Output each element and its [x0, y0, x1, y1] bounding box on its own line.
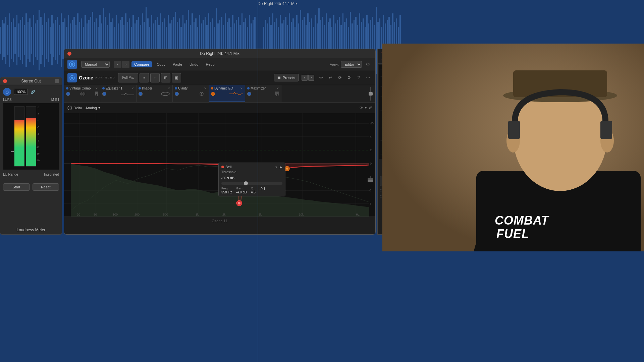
module-tab-vintage-comp[interactable]: Vintage Comp ✕ [64, 85, 100, 102]
vintage-comp-toggle[interactable] [66, 92, 70, 96]
lu-range-label: LU Range [3, 173, 18, 176]
undo-button[interactable]: Undo [187, 61, 201, 67]
presets-button[interactable]: ☰ Presets [274, 74, 299, 81]
delta-button[interactable]: Δ Delta [67, 106, 82, 110]
reference-icon: ⊙ [380, 195, 382, 201]
eq-controls-right: ⟳ ▾ ↺ [360, 106, 372, 110]
power-button[interactable]: ⏻ [3, 88, 11, 96]
ozone-toolbar: Manual ‹ › Compare Copy Paste Undo Redo … [64, 58, 375, 70]
vintage-comp-close[interactable]: ✕ [95, 87, 98, 90]
svg-rect-201 [376, 7, 377, 74]
module-tab-clarity[interactable]: Clarity ✕ [173, 85, 209, 102]
analog-selector[interactable]: Analog ▾ [86, 106, 100, 110]
stereo-out-panel: Stereo Out ⏻ 100% 🔗 LUFS M S I [0, 77, 62, 235]
svg-rect-12 [20, 20, 21, 60]
svg-text:3: 3 [38, 113, 39, 116]
maximizer-close[interactable]: ✕ [276, 87, 279, 90]
svg-rect-26 [46, 22, 47, 59]
ozone-close-btn[interactable] [67, 52, 71, 56]
gear-icon-btn[interactable]: ⚙ [345, 74, 353, 82]
svg-rect-28 [50, 27, 51, 54]
threshold-slider-handle[interactable] [244, 181, 248, 185]
module-btn-3[interactable]: ⊞ [161, 73, 170, 82]
dyneq-toggle[interactable] [211, 92, 215, 96]
svg-rect-229 [11, 152, 14, 152]
bell-type-arrow[interactable]: ▾ [275, 165, 277, 169]
undo-icon-btn[interactable]: ↩ [326, 74, 334, 82]
menu-icon-btn[interactable]: ⋯ [364, 74, 372, 82]
stereo-out-body: ⏻ 100% 🔗 LUFS M S I [0, 85, 62, 193]
start-button[interactable]: Start [3, 183, 30, 191]
lufs-header: LUFS M S I [3, 98, 59, 102]
full-mix-button[interactable]: Full Mix [118, 73, 138, 82]
svg-rect-34 [61, 13, 62, 67]
bell-popup: Bell ▾ ▶ Threshold -56.9 dB Freq 958 Hz [218, 163, 285, 196]
svg-text:100: 100 [113, 213, 118, 216]
svg-text:COMBAT: COMBAT [495, 214, 549, 227]
integrated-val: -- [12, 177, 14, 181]
imager-toggle[interactable] [139, 92, 143, 96]
svg-rect-8 [13, 18, 14, 62]
eq1-close[interactable]: ✕ [131, 87, 134, 90]
lufs-section: LUFS M S I [3, 98, 59, 170]
eq1-row2 [102, 92, 134, 96]
clarity-tab-row1: Clarity ✕ [175, 86, 207, 90]
clock-icon-btn[interactable]: ⟳ [336, 74, 344, 82]
stereo-out-close-btn[interactable] [3, 79, 7, 83]
module-btn-1[interactable]: ≈ [140, 73, 149, 82]
svg-text:2k: 2k [222, 213, 226, 216]
q-value: 4.5 [251, 190, 256, 194]
eq1-toggle[interactable] [102, 92, 106, 96]
manual-selector[interactable]: Manual [81, 61, 110, 68]
pencil-icon-btn[interactable]: ✏ [317, 74, 325, 82]
nav-forward-button[interactable]: › [122, 61, 129, 68]
view-label: View: [330, 62, 339, 66]
reset-button[interactable]: Reset [33, 183, 59, 191]
bell-popup-close[interactable]: ✕ [221, 190, 223, 194]
eq-settings-icon[interactable]: ▾ [365, 106, 367, 110]
svg-rect-4 [5, 17, 6, 64]
clarity-toggle[interactable] [175, 92, 179, 96]
module-tab-equalizer1[interactable]: Equalizer 1 ✕ [100, 85, 137, 102]
header-icons-right: ✏ ↩ ⟳ ⚙ ? ⋯ [317, 74, 372, 82]
integrated-label: Integrated [44, 173, 59, 176]
module-btn-2[interactable]: ↑ [150, 73, 160, 82]
imager-close[interactable]: ✕ [168, 87, 170, 90]
eq-reset-icon[interactable]: ↺ [369, 106, 372, 110]
maximizer-bars [275, 92, 279, 96]
lufs-sub: M S I [51, 98, 59, 102]
dyneq-close[interactable]: ✕ [240, 87, 243, 90]
module-tab-dynamic-eq[interactable]: Dynamic EQ ✕ [209, 85, 245, 102]
threshold-slider[interactable] [221, 182, 282, 185]
preset-prev-btn[interactable]: ‹ [302, 75, 308, 81]
maximizer-toggle[interactable] [247, 92, 251, 96]
bell-type-row: Bell ▾ ▶ [221, 165, 282, 169]
loop-icon[interactable]: ⟳ [360, 106, 363, 110]
clarity-close[interactable]: ✕ [204, 87, 207, 90]
module-btn-4[interactable]: ▣ [172, 73, 181, 82]
svg-rect-23 [40, 17, 42, 64]
redo-button[interactable]: Redo [203, 61, 217, 67]
preset-next-btn[interactable]: › [308, 75, 314, 81]
svg-rect-9 [14, 27, 16, 54]
stereo-out-title: Stereo Out [21, 79, 41, 83]
svg-rect-25 [44, 13, 45, 67]
help-icon-btn[interactable]: ? [355, 74, 363, 82]
imager-dot [139, 87, 141, 89]
nav-back-button[interactable]: ‹ [114, 61, 121, 68]
module-tab-maximizer[interactable]: Maximizer ✕ [245, 85, 281, 102]
settings-icon-btn[interactable]: ⚙ [364, 60, 372, 68]
paste-button[interactable]: Paste [170, 61, 185, 67]
bell-play-btn[interactable]: ▶ [280, 165, 282, 169]
stereo-out-expand-btn[interactable] [55, 79, 59, 83]
svg-text:Hz: Hz [356, 213, 360, 216]
module-tab-imager[interactable]: Imager ✕ [137, 85, 173, 102]
q-param: Q 4.5 [251, 187, 256, 194]
ozone-footer: Ozone 11 [64, 217, 375, 225]
copy-button[interactable]: Copy [154, 61, 168, 67]
compare-button[interactable]: Compare [131, 61, 152, 67]
svg-text:6: 6 [38, 106, 39, 109]
dyneq-dot [211, 87, 213, 89]
view-selector[interactable]: Editor [341, 61, 362, 68]
dyneq-label: Dynamic EQ [214, 86, 239, 90]
